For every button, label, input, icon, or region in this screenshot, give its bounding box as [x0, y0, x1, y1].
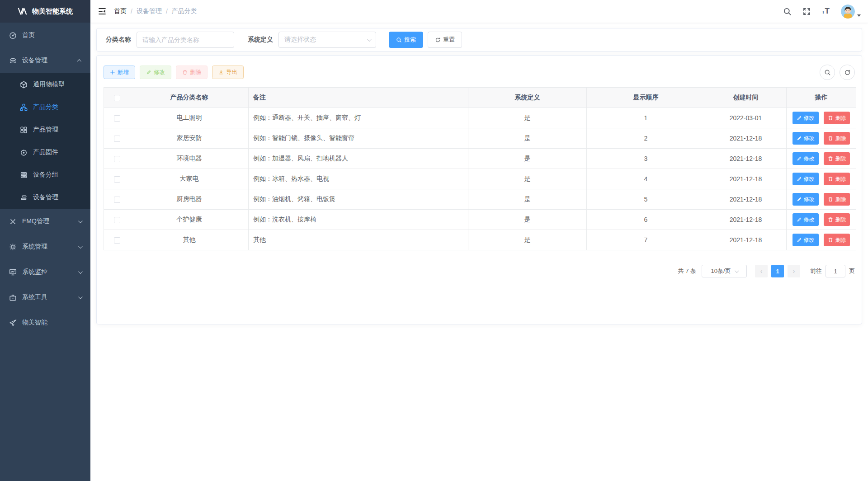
- row-edit-label: 修改: [804, 236, 815, 244]
- row-checkbox[interactable]: [114, 197, 120, 203]
- sidebar-item-product-category[interactable]: 产品分类: [0, 96, 90, 118]
- top-navbar: 首页 / 设备管理 / 产品分类 тT: [90, 0, 868, 23]
- system-defined-select[interactable]: 请选择状态: [278, 32, 376, 48]
- row-delete-label: 删除: [835, 155, 846, 163]
- pencil-icon: [797, 115, 802, 121]
- row-delete-button[interactable]: 删除: [824, 173, 850, 185]
- row-delete-button[interactable]: 删除: [824, 112, 850, 124]
- cell-note: 例如：加湿器、风扇、扫地机器人: [249, 149, 468, 169]
- sidebar-item-label: 首页: [22, 31, 35, 39]
- sidebar-item-system-tools[interactable]: 系统工具: [0, 285, 90, 310]
- sidebar-item-product-management[interactable]: 产品管理: [0, 118, 90, 141]
- firmware-icon: [20, 149, 28, 156]
- user-menu[interactable]: [841, 5, 861, 19]
- row-checkbox[interactable]: [114, 136, 120, 142]
- row-checkbox[interactable]: [114, 176, 120, 183]
- current-page-button[interactable]: 1: [771, 265, 784, 277]
- cell-created-time: 2021-12-18: [705, 230, 787, 250]
- row-delete-button[interactable]: 删除: [824, 234, 850, 246]
- cell-note: 例如：油烟机、烤箱、电饭煲: [249, 189, 468, 210]
- trash-icon: [828, 237, 833, 243]
- row-delete-label: 删除: [835, 175, 846, 183]
- export-button[interactable]: 导出: [212, 66, 244, 79]
- cell-display-order: 4: [587, 169, 705, 189]
- row-edit-button[interactable]: 修改: [793, 213, 819, 226]
- monitor-icon: [9, 268, 17, 276]
- pencil-icon: [797, 217, 802, 222]
- header-system-defined: 系统定义: [468, 88, 587, 108]
- row-delete-label: 删除: [835, 216, 846, 224]
- prev-page-button[interactable]: ‹: [755, 265, 768, 277]
- sidebar-item-system-management[interactable]: 系统管理: [0, 234, 90, 259]
- add-button-label: 新增: [118, 69, 129, 76]
- row-edit-button[interactable]: 修改: [793, 193, 819, 206]
- sidebar-item-home[interactable]: 首页: [0, 23, 90, 48]
- sidebar-item-product-firmware[interactable]: 产品固件: [0, 141, 90, 164]
- row-checkbox[interactable]: [114, 217, 120, 223]
- fullscreen-icon[interactable]: [802, 7, 811, 16]
- sidebar-item-label: EMQ管理: [22, 217, 49, 225]
- row-edit-button[interactable]: 修改: [793, 112, 819, 124]
- emq-icon: [9, 218, 17, 225]
- row-edit-button[interactable]: 修改: [793, 234, 819, 246]
- cell-created-time: 2021-12-18: [705, 128, 787, 149]
- search-icon[interactable]: [783, 7, 792, 16]
- font-size-icon[interactable]: тT: [822, 7, 830, 16]
- goto-page-input[interactable]: [826, 265, 845, 277]
- app-root: 物美智能系统 首页 设备管理 通用物模型 产品分类: [0, 0, 868, 481]
- row-checkbox[interactable]: [114, 156, 120, 162]
- edit-button[interactable]: 修改: [140, 66, 171, 79]
- search-button[interactable]: 搜索: [389, 32, 423, 48]
- row-delete-label: 删除: [835, 196, 846, 203]
- chevron-up-icon: [77, 59, 81, 63]
- add-button[interactable]: 新增: [104, 66, 135, 79]
- sidebar-item-wumei-smart[interactable]: 物美智能: [0, 310, 90, 335]
- sidebar-item-device-group[interactable]: 设备分组: [0, 164, 90, 186]
- sidebar-item-label: 设备管理: [22, 56, 47, 65]
- refresh-table-button[interactable]: [840, 65, 855, 80]
- breadcrumb-device-management: 设备管理: [137, 7, 162, 15]
- sidebar-item-emq[interactable]: EMQ管理: [0, 209, 90, 234]
- breadcrumb-current: 产品分类: [172, 7, 197, 15]
- row-edit-button[interactable]: 修改: [793, 152, 819, 165]
- sidebar-item-label: 物美智能: [22, 319, 47, 327]
- delete-button[interactable]: 删除: [176, 66, 208, 79]
- reset-button[interactable]: 重置: [428, 32, 462, 48]
- dashboard-icon: [9, 32, 17, 39]
- row-delete-label: 删除: [835, 114, 846, 122]
- table-toolbar: 新增 修改 删除 导出: [104, 65, 855, 80]
- page-size-select[interactable]: 10条/页: [702, 265, 747, 277]
- sidebar-item-device-management[interactable]: 设备管理: [0, 48, 90, 73]
- row-edit-button[interactable]: 修改: [793, 132, 819, 145]
- trash-icon: [828, 176, 833, 182]
- cell-category-name: 大家电: [130, 169, 249, 189]
- row-checkbox[interactable]: [114, 115, 120, 122]
- sitemap-icon: [20, 103, 28, 111]
- app-title: 物美智能系统: [32, 7, 73, 16]
- breadcrumb-home[interactable]: 首页: [114, 7, 127, 15]
- sidebar-item-thing-model[interactable]: 通用物模型: [0, 73, 90, 96]
- select-all-checkbox[interactable]: [114, 95, 120, 101]
- sidebar-item-device-management-sub[interactable]: 设备管理: [0, 186, 90, 209]
- sidebar-item-system-monitor[interactable]: 系统监控: [0, 259, 90, 285]
- caret-down-icon: [857, 14, 861, 17]
- row-delete-button[interactable]: 删除: [824, 152, 850, 165]
- cell-display-order: 1: [587, 108, 705, 128]
- row-edit-button[interactable]: 修改: [793, 173, 819, 185]
- main-area: 首页 / 设备管理 / 产品分类 тT: [90, 0, 868, 481]
- sidebar: 物美智能系统 首页 设备管理 通用物模型 产品分类: [0, 0, 90, 481]
- app-logo[interactable]: 物美智能系统: [0, 0, 90, 23]
- toggle-search-button[interactable]: [820, 65, 835, 80]
- sidebar-fold-icon[interactable]: [98, 7, 107, 16]
- chevron-down-icon: [78, 244, 83, 249]
- cell-created-time: 2022-03-01: [705, 108, 787, 128]
- avatar[interactable]: [841, 5, 855, 19]
- category-name-input[interactable]: [137, 32, 234, 48]
- row-delete-button[interactable]: 删除: [824, 193, 850, 206]
- table-row: 电工照明 例如：通断器、开关、插座、窗帘、灯 是 1 2022-03-01 修改…: [104, 108, 856, 128]
- row-delete-button[interactable]: 删除: [824, 213, 850, 226]
- next-page-button[interactable]: ›: [788, 265, 800, 277]
- row-checkbox[interactable]: [114, 237, 120, 244]
- row-delete-button[interactable]: 删除: [824, 132, 850, 145]
- cell-system-defined: 是: [468, 128, 587, 149]
